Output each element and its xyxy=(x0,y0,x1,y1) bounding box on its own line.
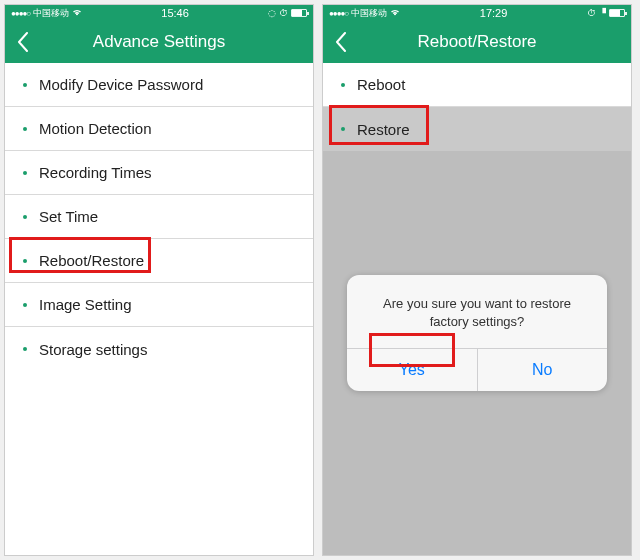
row-recording-times[interactable]: Recording Times xyxy=(5,151,313,195)
carrier-label: 中国移动 xyxy=(351,7,387,20)
chevron-left-icon xyxy=(334,32,348,52)
alert-no-button[interactable]: No xyxy=(477,349,608,391)
alert-yes-button[interactable]: Yes xyxy=(347,349,477,391)
alarm-icon: ⏱ xyxy=(279,8,288,18)
wifi-icon xyxy=(72,8,82,18)
phone-left: ●●●●○ 中国移动 15:46 ◌ ⏱ Advance Settings Mo… xyxy=(4,4,314,556)
confirm-alert: Are you sure you want to restore factory… xyxy=(347,275,607,391)
clock-label: 17:29 xyxy=(480,7,508,19)
row-motion-detection[interactable]: Motion Detection xyxy=(5,107,313,151)
status-bar: ●●●●○ 中国移动 15:46 ◌ ⏱ xyxy=(5,5,313,21)
bullet-icon xyxy=(23,347,27,351)
back-button[interactable] xyxy=(11,30,35,54)
row-label: Set Time xyxy=(39,208,98,225)
page-title: Advance Settings xyxy=(93,32,225,52)
alert-message: Are you sure you want to restore factory… xyxy=(347,275,607,348)
signal-dots-icon: ●●●●○ xyxy=(329,9,348,18)
phone-right: ●●●●○ 中国移动 17:29 ⏱ ▝ Reboot/Restore Rebo… xyxy=(322,4,632,556)
row-storage-settings[interactable]: Storage settings xyxy=(5,327,313,371)
signal-dots-icon: ●●●●○ xyxy=(11,9,30,18)
carrier-label: 中国移动 xyxy=(33,7,69,20)
row-restore[interactable]: Restore xyxy=(323,107,631,151)
battery-icon xyxy=(291,9,307,17)
row-label: Modify Device Password xyxy=(39,76,203,93)
row-label: Motion Detection xyxy=(39,120,152,137)
bullet-icon xyxy=(23,83,27,87)
row-label: Image Setting xyxy=(39,296,132,313)
row-label: Reboot xyxy=(357,76,405,93)
chevron-left-icon xyxy=(16,32,30,52)
loading-icon: ◌ xyxy=(268,8,276,18)
row-set-time[interactable]: Set Time xyxy=(5,195,313,239)
bullet-icon xyxy=(23,127,27,131)
bullet-icon xyxy=(23,303,27,307)
row-modify-device-password[interactable]: Modify Device Password xyxy=(5,63,313,107)
reboot-restore-list: Reboot Restore xyxy=(323,63,631,151)
row-label: Storage settings xyxy=(39,341,147,358)
orientation-icon: ▝ xyxy=(599,8,606,18)
bullet-icon xyxy=(23,215,27,219)
status-bar: ●●●●○ 中国移动 17:29 ⏱ ▝ xyxy=(323,5,631,21)
row-label: Reboot/Restore xyxy=(39,252,144,269)
alert-buttons: Yes No xyxy=(347,348,607,391)
row-reboot-restore[interactable]: Reboot/Restore xyxy=(5,239,313,283)
battery-icon xyxy=(609,9,625,17)
page-title: Reboot/Restore xyxy=(417,32,536,52)
bullet-icon xyxy=(341,83,345,87)
nav-bar: Advance Settings xyxy=(5,21,313,63)
row-label: Recording Times xyxy=(39,164,152,181)
row-reboot[interactable]: Reboot xyxy=(323,63,631,107)
nav-bar: Reboot/Restore xyxy=(323,21,631,63)
alarm-icon: ⏱ xyxy=(587,8,596,18)
settings-list: Modify Device Password Motion Detection … xyxy=(5,63,313,371)
wifi-icon xyxy=(390,8,400,18)
clock-label: 15:46 xyxy=(161,7,189,19)
bullet-icon xyxy=(23,171,27,175)
row-image-setting[interactable]: Image Setting xyxy=(5,283,313,327)
bullet-icon xyxy=(341,127,345,131)
alert-yes-label: Yes xyxy=(399,361,425,379)
row-label: Restore xyxy=(357,121,410,138)
back-button[interactable] xyxy=(329,30,353,54)
alert-no-label: No xyxy=(532,361,552,379)
bullet-icon xyxy=(23,259,27,263)
